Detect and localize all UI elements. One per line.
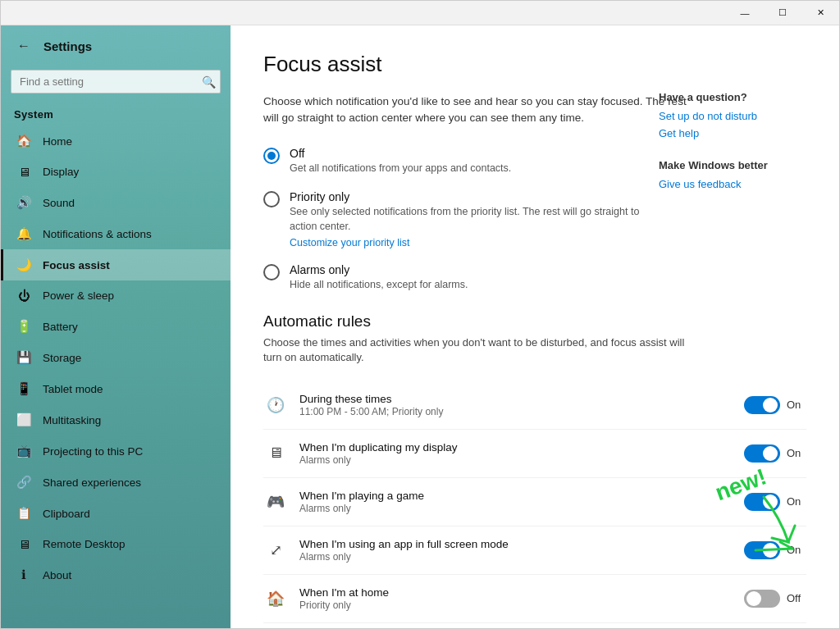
- sidebar-item-home[interactable]: 🏠Home: [1, 125, 231, 157]
- maximize-button[interactable]: ☐: [764, 1, 801, 25]
- toggle-knob-duplicating-display: [763, 446, 778, 461]
- toggle-container-during-times: On: [744, 396, 806, 414]
- about-icon: ℹ: [16, 567, 31, 582]
- page-title: Focus assist: [263, 52, 806, 77]
- sidebar-item-label: Power & sleep: [43, 289, 114, 302]
- tablet-mode-icon: 📱: [16, 381, 31, 396]
- display-icon: 🖥: [16, 165, 31, 179]
- sidebar-item-sound[interactable]: 🔊Sound: [1, 187, 231, 218]
- radio-alarms-only[interactable]: Alarms only Hide all notifications, exce…: [263, 263, 806, 293]
- main-content: Focus assist Choose which notification y…: [231, 25, 839, 628]
- minimize-button[interactable]: —: [726, 1, 764, 25]
- radio-label-off: Off: [290, 147, 511, 160]
- toggle-duplicating-display[interactable]: [744, 444, 780, 463]
- help-links: Set up do not disturbGet help: [659, 110, 806, 139]
- radio-sublabel-off: Get all notifications from your apps and…: [290, 162, 511, 176]
- radio-button-priority-only[interactable]: [263, 191, 280, 207]
- radio-label-alarms-only: Alarms only: [290, 263, 468, 276]
- toggle-container-playing-game: On: [744, 493, 806, 511]
- radio-sublabel-priority-only: See only selected notifications from the…: [290, 205, 667, 234]
- sidebar-item-display[interactable]: 🖥Display: [1, 157, 231, 187]
- titlebar: — ☐ ✕: [1, 1, 839, 25]
- rule-subtitle-duplicating-display: Alarms only: [299, 454, 733, 466]
- sidebar-item-power-sleep[interactable]: ⏻Power & sleep: [1, 280, 231, 311]
- battery-icon: 🔋: [16, 319, 31, 334]
- sidebar-nav: 🏠Home🖥Display🔊Sound🔔Notifications & acti…: [1, 125, 231, 590]
- toggle-container-at-home: Off: [744, 590, 806, 608]
- sidebar-header: ← Settings: [1, 25, 231, 66]
- radio-text-alarms-only: Alarms only Hide all notifications, exce…: [290, 263, 468, 293]
- toggle-during-times[interactable]: [744, 396, 780, 414]
- rule-subtitle-playing-game: Alarms only: [299, 503, 733, 514]
- sidebar-item-label: Shared experiences: [43, 476, 141, 489]
- search-box: 🔍: [11, 70, 221, 93]
- rule-title-playing-game: When I'm playing a game: [299, 490, 733, 502]
- sidebar-item-shared-experiences[interactable]: 🔗Shared experiences: [1, 467, 231, 498]
- toggle-playing-game[interactable]: [744, 493, 780, 511]
- right-panel: Have a question? Set up do not disturbGe…: [659, 91, 806, 210]
- rule-title-full-screen: When I'm using an app in full screen mod…: [299, 538, 733, 550]
- feedback-link[interactable]: Give us feedback: [659, 178, 806, 190]
- rule-text-duplicating-display: When I'm duplicating my display Alarms o…: [299, 441, 733, 466]
- multitasking-icon: ⬜: [16, 412, 31, 427]
- rule-subtitle-during-times: 11:00 PM - 5:00 AM; Priority only: [299, 406, 733, 417]
- sidebar: ← Settings 🔍 System 🏠Home🖥Display🔊Sound🔔…: [1, 25, 231, 628]
- home-icon: 🏠: [16, 134, 31, 148]
- playing-game-icon: 🎮: [263, 493, 288, 511]
- at-home-icon: 🏠: [263, 590, 288, 608]
- toggle-container-duplicating-display: On: [744, 444, 806, 463]
- toggle-label-at-home: Off: [787, 592, 806, 604]
- sidebar-item-label: Projecting to this PC: [43, 445, 143, 458]
- clipboard-icon: 📋: [16, 506, 31, 521]
- rule-duplicating-display: 🖥 When I'm duplicating my display Alarms…: [263, 430, 806, 478]
- sidebar-item-label: Notifications & actions: [43, 228, 152, 240]
- sidebar-item-battery[interactable]: 🔋Battery: [1, 311, 231, 342]
- sound-icon: 🔊: [16, 195, 31, 210]
- rule-subtitle-full-screen: Alarms only: [299, 551, 733, 563]
- close-button[interactable]: ✕: [801, 1, 839, 25]
- sidebar-item-multitasking[interactable]: ⬜Multitasking: [1, 404, 231, 435]
- toggle-at-home[interactable]: [744, 590, 780, 608]
- toggle-knob-full-screen: [763, 543, 778, 558]
- help-link[interactable]: Get help: [659, 127, 806, 139]
- sidebar-item-clipboard[interactable]: 📋Clipboard: [1, 498, 231, 529]
- sidebar-item-focus-assist[interactable]: 🌙Focus assist: [1, 249, 231, 280]
- automatic-rules-heading: Automatic rules: [263, 312, 806, 330]
- full-screen-icon: ⤢: [263, 541, 288, 559]
- app-title: Settings: [43, 39, 92, 53]
- duplicating-display-icon: 🖥: [263, 444, 288, 462]
- search-icon[interactable]: 🔍: [202, 75, 216, 89]
- rules-list: 🕐 During these times 11:00 PM - 5:00 AM;…: [263, 381, 806, 623]
- radio-label-priority-only: Priority only: [290, 190, 667, 203]
- back-button[interactable]: ←: [14, 35, 34, 57]
- toggle-label-duplicating-display: On: [787, 447, 806, 459]
- search-input[interactable]: [11, 70, 221, 93]
- sidebar-item-storage[interactable]: 💾Storage: [1, 342, 231, 373]
- rule-text-during-times: During these times 11:00 PM - 5:00 AM; P…: [299, 393, 733, 417]
- sidebar-item-label: About: [43, 569, 71, 581]
- toggle-container-full-screen: On: [744, 541, 806, 559]
- sidebar-item-label: Display: [43, 166, 79, 178]
- sidebar-item-about[interactable]: ℹAbout: [1, 559, 231, 590]
- page-description: Choose which notification you'd like to …: [263, 93, 690, 127]
- radio-button-alarms-only[interactable]: [263, 264, 280, 280]
- shared-experiences-icon: 🔗: [16, 475, 31, 490]
- help-link[interactable]: Set up do not disturb: [659, 110, 806, 122]
- radio-priority-link[interactable]: Customize your priority list: [290, 237, 667, 248]
- sidebar-item-label: Tablet mode: [43, 383, 103, 395]
- notifications-icon: 🔔: [16, 226, 31, 241]
- during-times-icon: 🕐: [263, 396, 288, 414]
- sidebar-item-notifications[interactable]: 🔔Notifications & actions: [1, 218, 231, 249]
- help-section: Have a question? Set up do not disturbGe…: [659, 91, 806, 139]
- toggle-full-screen[interactable]: [744, 541, 780, 559]
- sidebar-item-label: Battery: [43, 321, 78, 333]
- toggle-label-playing-game: On: [787, 495, 806, 508]
- toggle-label-full-screen: On: [787, 544, 806, 556]
- sidebar-item-remote-desktop[interactable]: 🖥Remote Desktop: [1, 529, 231, 559]
- sidebar-item-label: Clipboard: [43, 508, 90, 520]
- sidebar-item-projecting[interactable]: 📺Projecting to this PC: [1, 435, 231, 467]
- radio-button-off[interactable]: [263, 148, 280, 164]
- sidebar-item-tablet-mode[interactable]: 📱Tablet mode: [1, 373, 231, 404]
- radio-text-off: Off Get all notifications from your apps…: [290, 147, 511, 176]
- help-heading: Have a question?: [659, 91, 806, 103]
